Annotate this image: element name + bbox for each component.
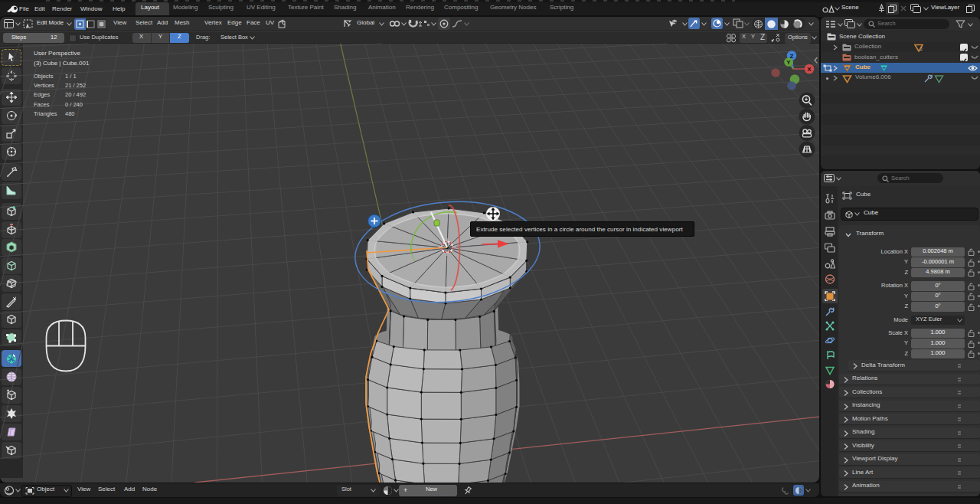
svg-text:X: X	[807, 66, 812, 73]
svg-text:Y: Y	[786, 59, 791, 66]
